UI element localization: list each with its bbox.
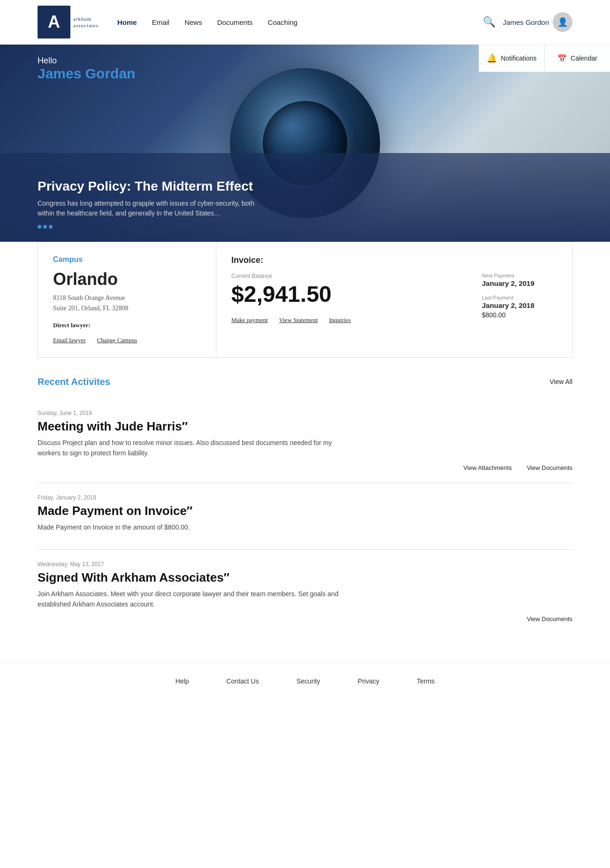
activity-item: Sunday, June 1, 2018 Meeting with Jude H… xyxy=(38,399,572,483)
inquiries-link[interactable]: Inquiries xyxy=(329,316,351,324)
activity-title: Made Payment on Invoice″ xyxy=(38,504,572,518)
logo[interactable]: A arkham associates xyxy=(38,6,99,38)
notifications-label: Notifications xyxy=(501,54,536,62)
last-payment-label: Last Payment xyxy=(482,295,557,300)
cards-row: Campus Orlando 8118 South Orange Avenue … xyxy=(38,242,572,358)
calendar-label: Calendar xyxy=(571,54,597,62)
activity-date: Wednesday, May 13, 2017 xyxy=(38,561,572,568)
campus-address: 8118 South Orange Avenue Suite 201, Orla… xyxy=(53,293,201,314)
activities-title: Recent Activites xyxy=(38,376,110,387)
footer-privacy[interactable]: Privacy xyxy=(358,677,379,685)
activities-section: Recent Activites View All Sunday, June 1… xyxy=(38,376,572,634)
view-documents-link[interactable]: View Documents xyxy=(527,464,572,471)
make-payment-link[interactable]: Make payment xyxy=(231,316,268,324)
activity-title: Meeting with Jude Harris″ xyxy=(38,419,572,434)
direct-lawyer-label: Direct lawyer: xyxy=(53,322,201,329)
footer-terms[interactable]: Terms xyxy=(417,677,435,685)
navbar: A arkham associates Home Email News Docu… xyxy=(0,0,610,45)
footer: Help Contact Us Security Privacy Terms xyxy=(0,662,610,700)
campus-card: Campus Orlando 8118 South Orange Avenue … xyxy=(38,242,216,357)
invoice-body: Current Balance $2,941.50 Make payment V… xyxy=(231,273,557,324)
campus-label: Campus xyxy=(53,255,201,264)
nav-documents[interactable]: Documents xyxy=(217,18,253,26)
activity-links: View Documents xyxy=(38,615,572,622)
user-name-label: James Gordon xyxy=(503,18,549,26)
hero-area: Hello James Gordan 🔔 Notifications 📅 Cal… xyxy=(0,45,610,242)
user-area: James Gordon 👤 xyxy=(503,12,572,32)
view-statement-link[interactable]: View Statement xyxy=(279,316,318,324)
activity-date: Friday, January 2, 2018 xyxy=(38,494,572,501)
nav-right: 🔍 James Gordon 👤 xyxy=(483,12,572,32)
calendar-button[interactable]: 📅 Calendar xyxy=(545,45,610,72)
hello-label: Hello xyxy=(38,56,135,66)
view-documents-link-2[interactable]: View Documents xyxy=(527,615,572,622)
current-balance-label: Current Balance xyxy=(231,273,482,279)
article-title: Privacy Policy: The Midterm Effect xyxy=(38,179,479,194)
logo-icon: A xyxy=(38,6,70,38)
view-all-link[interactable]: View All xyxy=(549,378,572,385)
nav-email[interactable]: Email xyxy=(152,18,170,26)
nav-news[interactable]: News xyxy=(184,18,202,26)
campus-links: Email lawyer Change Campus xyxy=(53,337,201,344)
activity-description: Join Arkham Associates. Meet with your d… xyxy=(38,589,357,610)
hello-banner: Hello James Gordan xyxy=(0,45,173,93)
campus-city: Orlando xyxy=(53,269,201,289)
notification-bar: 🔔 Notifications 📅 Calendar xyxy=(479,45,610,72)
activity-date: Sunday, June 1, 2018 xyxy=(38,410,572,416)
last-payment-amount: $800.00 xyxy=(482,311,557,319)
next-payment-label: Next Payment xyxy=(482,273,557,278)
invoice-side: Next Payment January 2, 2019 Last Paymen… xyxy=(482,273,557,324)
hero-article: Privacy Policy: The Midterm Effect Congr… xyxy=(38,168,479,242)
calendar-icon: 📅 xyxy=(557,54,567,63)
nav-coaching[interactable]: Coaching xyxy=(268,18,297,26)
view-attachments-link[interactable]: View Attachments xyxy=(464,464,512,471)
invoice-main: Current Balance $2,941.50 Make payment V… xyxy=(231,273,482,324)
activity-description: Discuss Project plan and how to resolve … xyxy=(38,438,357,459)
last-payment-date: January 2, 2018 xyxy=(482,301,557,309)
activity-links: View Attachments View Documents xyxy=(38,464,572,471)
avatar-icon: 👤 xyxy=(557,17,568,27)
search-icon: 🔍 xyxy=(483,16,496,28)
nav-links: Home Email News Documents Coaching xyxy=(117,18,483,26)
footer-security[interactable]: Security xyxy=(297,677,320,685)
next-payment-date: January 2, 2019 xyxy=(482,279,557,287)
avatar[interactable]: 👤 xyxy=(553,12,572,32)
invoice-header: Invoice: xyxy=(231,255,557,265)
activity-item: Friday, January 2, 2018 Made Payment on … xyxy=(38,483,572,550)
activities-header: Recent Activites View All xyxy=(38,376,572,387)
change-campus-link[interactable]: Change Campus xyxy=(97,337,137,344)
invoice-card: Invoice: Current Balance $2,941.50 Make … xyxy=(216,242,572,357)
email-lawyer-link[interactable]: Email lawyer xyxy=(53,337,86,344)
invoice-amount: $2,941.50 xyxy=(231,281,482,307)
article-excerpt: Congress has long attempted to grapple w… xyxy=(38,199,272,218)
activity-description: Made Payment on Invoice in the amount of… xyxy=(38,522,357,532)
footer-help[interactable]: Help xyxy=(175,677,189,685)
activity-title: Signed With Arkham Associates″ xyxy=(38,570,572,585)
article-dots xyxy=(38,222,479,230)
user-greeting: James Gordan xyxy=(38,66,135,82)
invoice-actions: Make payment View Statement Inquiries xyxy=(231,316,482,324)
nav-home[interactable]: Home xyxy=(117,18,137,26)
activity-item: Wednesday, May 13, 2017 Signed With Arkh… xyxy=(38,550,572,634)
notifications-button[interactable]: 🔔 Notifications xyxy=(479,45,545,72)
bell-icon: 🔔 xyxy=(487,53,497,63)
footer-contact[interactable]: Contact Us xyxy=(226,677,259,685)
logo-text: arkham associates xyxy=(73,15,99,29)
search-button[interactable]: 🔍 xyxy=(483,16,496,28)
